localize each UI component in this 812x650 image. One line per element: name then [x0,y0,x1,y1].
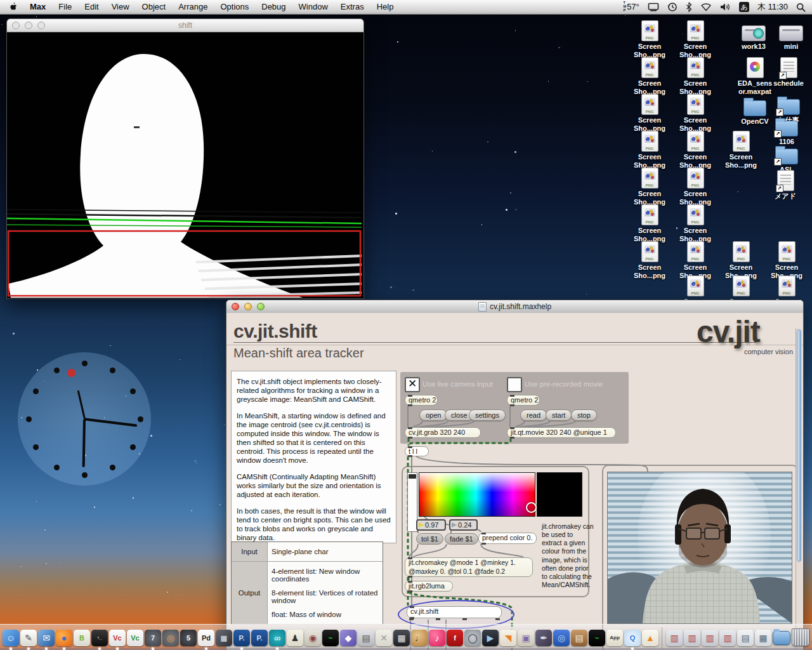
menu-item[interactable]: Max [23,2,52,11]
five-tool[interactable]: 5 [180,630,197,646]
prerecorded-movie-checkbox[interactable] [507,377,522,392]
bibdesk[interactable]: B [74,630,90,646]
desktop-icon[interactable]: PNG Screen Sho...png [672,94,718,132]
flash[interactable]: f [447,630,463,646]
movie-button[interactable]: start [546,409,572,421]
slider-knob[interactable] [409,474,416,479]
apple-menu[interactable] [6,2,23,12]
qmetro-box-right[interactable]: qmetro 2 [507,395,540,406]
menu-item[interactable]: Debug [255,2,292,11]
penguin-tool[interactable]: ♟ [287,630,303,646]
shift-window-titlebar[interactable]: shift [7,19,363,32]
desktop-icon[interactable]: PNG Screen Sho...png [627,94,672,132]
vnc-server[interactable]: Vc [109,630,126,646]
itunes[interactable]: ♪ [429,630,445,646]
minimize-button[interactable] [244,303,252,310]
scanner[interactable]: ▤ [358,630,374,646]
iterm[interactable]: 7 [145,630,161,646]
spotlight-icon[interactable] [796,3,806,12]
fox-tool[interactable]: ◥ [500,630,516,646]
dock-divider[interactable] [660,630,665,646]
desktop-icon[interactable]: PNG Screen Sho...png [764,241,809,279]
menu-clock[interactable]: 木 11:30 [757,1,788,13]
vnc-viewer[interactable]: Vc [127,630,143,646]
terminal[interactable]: ›_ [91,630,108,646]
menu-item[interactable]: File [52,2,78,11]
desktop-icon[interactable]: PNG メアド [763,170,808,201]
desktop-icon[interactable]: PNG Screen Sho...png [627,20,672,58]
menu-item[interactable]: Arrange [172,2,214,11]
tol-message[interactable]: tol $1 [416,533,443,545]
display-icon[interactable] [648,3,659,12]
shift-window[interactable]: shift [6,18,364,299]
swatch-cursor[interactable] [526,502,537,513]
app-marker[interactable]: App [606,630,623,646]
desktop-icon[interactable]: PNG Screen Sho...png [718,131,764,169]
garageband[interactable]: ♩ [411,630,428,646]
blue-grid[interactable]: ◎ [553,630,570,646]
close-button[interactable] [12,22,20,29]
thunderbird[interactable]: ✉ [38,630,55,646]
jitter-cube[interactable]: ◼ [216,630,232,646]
prepend-color-message[interactable]: prepend color 0. [478,533,537,544]
movie-button[interactable]: stop [571,409,597,421]
desktop-icon[interactable]: PNG 1106 [764,116,809,146]
fade-numberbox[interactable]: 0.24 [449,519,478,531]
maxhelp-titlebar[interactable]: cv.jit.shift.maxhelp [226,300,803,314]
min-doc[interactable]: ▤ [737,630,754,646]
movie-button[interactable]: read [520,409,547,421]
volume-icon[interactable] [720,3,731,11]
fan-tool[interactable]: ✕ [376,630,392,646]
fade-message[interactable]: fade $1 [445,533,478,545]
wifi-icon[interactable] [700,3,712,11]
desktop-icon[interactable]: PNG Screen Sho...png [672,131,718,169]
vlc[interactable]: ▲ [642,630,658,646]
min-window-1[interactable]: ▥ [666,630,683,646]
desktop-icon[interactable]: PNG Screen Sho...png [672,241,718,279]
time-machine-icon[interactable] [667,2,678,12]
temperature-indicator[interactable]: T M P 57° [624,1,639,12]
desktop-icon[interactable]: PNG Screen Sho...png [627,204,672,242]
scrollbar[interactable] [796,328,802,650]
headset[interactable]: ◯ [464,630,481,646]
close-button[interactable] [232,303,239,310]
jit-chromakey-object[interactable]: jit.chromakey @mode 1 @minkey 1. @maxkey… [405,557,533,577]
jit-rgb2luma-object[interactable]: jit.rgb2luma [405,581,453,592]
desktop-icon[interactable]: PNG schedule [766,57,811,88]
menu-item[interactable]: Object [136,2,173,11]
cvjit-shift-object[interactable]: cv.jit.shift [407,606,502,618]
desktop-icon[interactable]: PNG Screen Sho...png [672,20,718,58]
photo-stack[interactable]: ▣ [518,630,534,646]
menu-item[interactable]: Extras [334,2,370,11]
cvjit-grab-object[interactable]: cv.jit.grab 320 240 [405,427,481,438]
arduino[interactable]: ∞ [269,630,285,646]
menu-item[interactable]: Window [292,2,334,11]
desktop-icon[interactable]: PNG Screen Sho...png [627,57,672,95]
qmetro-box-left[interactable]: qmetro 2 [405,395,438,406]
midi-keyboard[interactable]: ▦ [393,630,410,646]
loop-tool[interactable]: ◎ [162,630,179,646]
jit-qtmovie-object[interactable]: jit.qt.movie 320 240 @unique 1 [507,427,616,438]
menu-item[interactable]: View [105,2,136,11]
live-camera-checkbox[interactable] [405,377,420,392]
menu-item[interactable]: Edit [78,2,105,11]
desktop-icon[interactable]: PNG Screen Sho...png [672,57,718,95]
textedit[interactable]: ✎ [20,630,37,646]
processing-b[interactable]: P. [251,630,268,646]
min-window-4[interactable]: ▥ [719,630,736,646]
zoom-button[interactable] [257,303,265,310]
desktop-icon[interactable]: PNG Screen Sho...png [627,131,672,169]
desktop-icon[interactable]: PNG Screen Sho...png [718,241,764,279]
puredata[interactable]: Pd [198,630,214,646]
imovie[interactable]: ▶ [482,630,499,646]
desktop-icon[interactable]: PNG mini [768,20,812,51]
menu-item[interactable]: Help [370,2,400,11]
desktop-icon[interactable]: PNG Screen Sho...png [627,168,672,206]
desktop-icon[interactable]: PNG Screen Sho...png [672,168,718,206]
min-window-2[interactable]: ▥ [684,630,700,646]
desktop-icon[interactable]: PNG ASL [764,143,809,174]
scrollbar-thumb[interactable] [797,329,801,562]
min-window-3[interactable]: ▥ [702,630,718,646]
spectrum[interactable]: ~ [589,630,605,646]
trigger-object[interactable]: t l l [405,446,429,456]
